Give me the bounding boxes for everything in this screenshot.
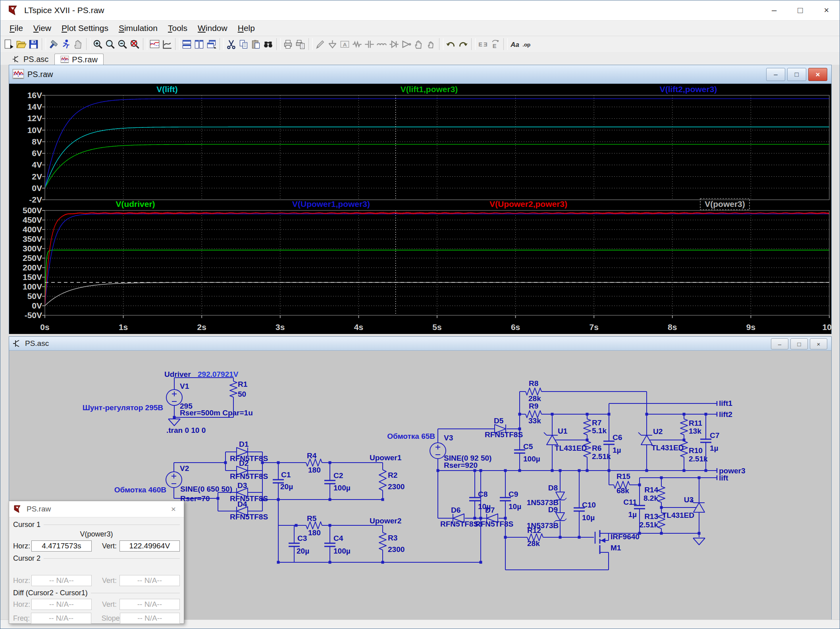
cursor-dialog[interactable]: PS.raw × Cursor 1 V(power3) Horz: 4.4717… — [9, 501, 184, 624]
cascade-icon[interactable] — [205, 38, 218, 50]
menu-bar: FileViewPlot SettingsSimulationToolsWind… — [0, 21, 840, 36]
trace-label-V(lift2,power3)[interactable]: V(lift2,power3) — [660, 85, 717, 94]
app-minimize-button[interactable]: – — [761, 0, 787, 20]
y-axis-tick-label: 450V — [23, 215, 42, 224]
schematic-minimize-button[interactable]: – — [771, 338, 788, 349]
trace-label-V(Upower2,power3)[interactable]: V(Upower2,power3) — [489, 199, 567, 208]
svg-text:.op: .op — [522, 42, 530, 48]
diode-icon[interactable] — [388, 38, 400, 50]
run-icon[interactable] — [60, 38, 72, 50]
spice-directive-icon[interactable]: .op — [521, 38, 534, 50]
schematic-label: D7 — [485, 506, 495, 514]
inductor-icon[interactable] — [376, 38, 388, 50]
drag-icon[interactable] — [425, 38, 437, 50]
print-icon[interactable] — [282, 38, 294, 50]
cursor-dialog-close-icon[interactable]: × — [168, 504, 179, 515]
trace-label-V(udriver)[interactable]: V(udriver) — [116, 199, 155, 208]
schematic-window-titlebar[interactable]: PS.asc – □ × — [9, 337, 831, 351]
app-maximize-button[interactable]: □ — [787, 0, 813, 20]
schematic-label: 100µ — [523, 455, 540, 463]
menu-item-tools[interactable]: Tools — [163, 21, 193, 36]
new-schematic-icon[interactable] — [3, 38, 15, 50]
control-panel-icon[interactable] — [47, 38, 60, 50]
wire-icon[interactable] — [314, 38, 326, 50]
y-axis-tick-label: 2V — [32, 172, 42, 181]
schematic-label: lift2 — [719, 410, 732, 419]
trace-label-V(lift1,power3)[interactable]: V(lift1,power3) — [401, 85, 458, 94]
copy-icon[interactable] — [237, 38, 250, 50]
open-icon[interactable] — [15, 38, 27, 50]
zoom-full-icon[interactable] — [129, 38, 141, 50]
x-axis-tick-label: 1s — [119, 322, 128, 332]
schematic-tab-icon — [12, 55, 21, 64]
plot-restore-button[interactable]: □ — [787, 68, 806, 81]
schematic-label: D4 — [237, 500, 247, 508]
resistor-icon[interactable] — [351, 38, 363, 50]
y-axis-tick-label: 16V — [27, 91, 42, 100]
waveform-plot[interactable]: 16V14V12V10V8V6V4V2V0V-2VV(lift)V(lift1,… — [9, 84, 831, 334]
print-preview-icon[interactable] — [294, 38, 306, 50]
plot-minimize-button[interactable]: – — [766, 68, 785, 81]
schematic-restore-button[interactable]: □ — [790, 338, 808, 349]
menu-item-window[interactable]: Window — [193, 21, 233, 36]
rotate-icon[interactable]: E — [489, 38, 501, 50]
schematic-label: V1 — [180, 382, 189, 390]
schematic-label: Udriver — [164, 370, 191, 378]
find-icon[interactable] — [262, 38, 274, 50]
y-axis-tick-label: -50V — [25, 311, 42, 320]
trace-label-V(Upower1,power3)[interactable]: V(Upower1,power3) — [292, 199, 370, 208]
schematic-label: R2 — [388, 471, 397, 479]
schematic-label: 2300 — [388, 545, 405, 554]
toolbar-separator — [276, 38, 281, 50]
undo-icon[interactable] — [445, 38, 457, 50]
move-icon[interactable] — [412, 38, 425, 50]
schematic-label: 50 — [238, 390, 246, 398]
x-axis-tick-label: 7s — [590, 322, 599, 332]
title-bar: LTspice XVII - PS.raw – □ × — [0, 0, 840, 21]
mirror-icon[interactable]: EE — [477, 38, 489, 50]
autorange-icon[interactable] — [148, 38, 161, 50]
schematic-label: 10µ — [582, 513, 595, 522]
tab-ps-asc[interactable]: PS.asc — [6, 53, 54, 65]
schematic-label: U3 — [684, 496, 694, 504]
schematic-label: R10 — [689, 446, 703, 455]
schematic-label: 20µ — [280, 482, 293, 491]
trace-label-V(power3)[interactable]: V(power3) — [705, 199, 745, 208]
menu-item-help[interactable]: Help — [233, 21, 260, 36]
zoom-in-icon[interactable] — [92, 38, 104, 50]
ground-icon[interactable] — [326, 38, 339, 50]
trace-label-V(lift)[interactable]: V(lift) — [156, 85, 178, 94]
menu-item-plot-settings[interactable]: Plot Settings — [56, 21, 114, 36]
app-close-button[interactable]: × — [813, 0, 840, 20]
waveform-window-titlebar[interactable]: PS.raw – □ × — [9, 65, 831, 84]
net-label-icon[interactable]: A — [339, 38, 351, 50]
cursor-dialog-titlebar[interactable]: PS.raw × — [9, 501, 184, 517]
menu-item-simulation[interactable]: Simulation — [114, 21, 163, 36]
toolbar-separator — [175, 38, 179, 50]
tile-horizontal-icon[interactable] — [193, 38, 205, 50]
redo-icon[interactable] — [457, 38, 469, 50]
tab-ps-raw[interactable]: PS.raw — [54, 54, 103, 65]
diff-slope-label: Slope: — [102, 614, 120, 623]
cut-icon[interactable] — [225, 38, 237, 50]
tile-vertical-icon[interactable] — [181, 38, 193, 50]
x-axis-tick-label: 8s — [668, 322, 677, 332]
zoom-back-icon[interactable] — [104, 38, 116, 50]
schematic-label: Шунт-регулятор 295В — [83, 403, 163, 412]
pan-icon[interactable] — [161, 38, 173, 50]
paste-icon[interactable] — [250, 38, 262, 50]
schematic-close-button[interactable]: × — [810, 338, 827, 349]
text-icon[interactable]: Aa — [509, 38, 521, 50]
save-icon[interactable] — [27, 38, 40, 50]
component-icon[interactable] — [400, 38, 412, 50]
halt-icon[interactable] — [72, 38, 84, 50]
cursor1-group-heading: Cursor 1 — [13, 521, 180, 529]
zoom-out-icon[interactable] — [116, 38, 129, 50]
menu-item-view[interactable]: View — [28, 21, 56, 36]
schematic-label: C10 — [582, 501, 596, 509]
schematic-label: RFN5TF8S — [230, 454, 268, 463]
capacitor-icon[interactable] — [363, 38, 376, 50]
cursor2-horz-value: -- N/A-- — [31, 575, 92, 586]
menu-item-file[interactable]: File — [4, 21, 28, 36]
plot-close-button[interactable]: × — [808, 68, 827, 81]
